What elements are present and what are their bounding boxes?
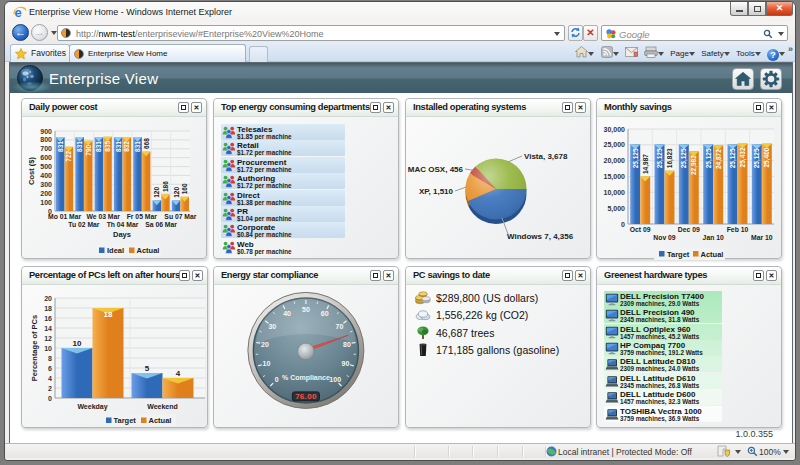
svg-text:4: 4 <box>48 375 52 382</box>
svg-text:25,125: 25,125 <box>680 148 688 168</box>
svg-text:Nov 09: Nov 09 <box>653 234 676 241</box>
svg-text:Actual: Actual <box>149 416 172 425</box>
svg-text:70: 70 <box>336 323 344 330</box>
svg-text:18: 18 <box>44 305 52 312</box>
svg-text:20: 20 <box>44 295 52 302</box>
svg-text:Weekend: Weekend <box>147 403 178 410</box>
svg-text:MAC OSX, 456: MAC OSX, 456 <box>408 165 464 174</box>
svg-text:2: 2 <box>48 385 52 392</box>
svg-text:831: 831 <box>76 141 83 152</box>
svg-text:Ideal: Ideal <box>107 246 124 255</box>
svg-text:700: 700 <box>40 145 52 152</box>
svg-text:8: 8 <box>48 355 52 362</box>
svg-text:Actual: Actual <box>137 246 160 255</box>
svg-text:Target: Target <box>667 250 690 259</box>
svg-text:Jan 10: Jan 10 <box>703 234 724 241</box>
svg-text:Target: Target <box>114 416 137 425</box>
svg-text:24,872: 24,872 <box>715 149 723 169</box>
svg-text:20: 20 <box>261 341 269 348</box>
svg-text:14,987: 14,987 <box>642 154 650 174</box>
svg-text:900: 900 <box>40 128 52 135</box>
svg-text:18: 18 <box>104 310 113 319</box>
svg-text:80: 80 <box>343 341 351 348</box>
svg-text:835: 835 <box>104 140 111 151</box>
svg-text:722: 722 <box>65 150 72 161</box>
svg-text:0: 0 <box>621 221 625 228</box>
svg-text:Actual: Actual <box>701 250 724 259</box>
svg-text:22,982: 22,982 <box>690 155 698 175</box>
svg-text:Windows 7, 4,356: Windows 7, 4,356 <box>507 232 574 241</box>
svg-text:Th 04 Mar: Th 04 Mar <box>107 221 139 228</box>
svg-text:600: 600 <box>40 154 52 161</box>
svg-text:10: 10 <box>44 345 52 352</box>
svg-text:200: 200 <box>40 190 52 197</box>
svg-text:10,000: 10,000 <box>604 189 626 197</box>
svg-text:20,000: 20,000 <box>604 157 626 165</box>
svg-text:25,400: 25,400 <box>763 147 771 167</box>
svg-text:800: 800 <box>40 136 52 143</box>
svg-text:668: 668 <box>143 138 150 149</box>
svg-text:25,000: 25,000 <box>604 141 626 149</box>
svg-text:5,000: 5,000 <box>607 205 625 213</box>
svg-text:10: 10 <box>73 339 82 348</box>
svg-text:831: 831 <box>115 141 122 152</box>
svg-text:16: 16 <box>44 315 52 322</box>
svg-text:25,125: 25,125 <box>753 148 761 168</box>
svg-text:XP, 1,510: XP, 1,510 <box>419 187 454 196</box>
svg-text:120: 120 <box>173 187 180 198</box>
svg-text:831: 831 <box>134 141 141 152</box>
svg-text:832: 832 <box>123 141 130 152</box>
svg-text:186: 186 <box>162 181 169 192</box>
svg-text:12: 12 <box>44 335 52 342</box>
svg-text:300: 300 <box>40 181 52 188</box>
svg-text:4: 4 <box>176 369 181 378</box>
svg-text:90: 90 <box>342 360 350 367</box>
svg-text:Tu 02 Mar: Tu 02 Mar <box>68 221 100 228</box>
svg-text:% Compliance: % Compliance <box>282 374 330 382</box>
svg-text:14: 14 <box>44 325 52 332</box>
svg-text:0: 0 <box>48 395 52 402</box>
svg-text:0: 0 <box>275 376 279 383</box>
svg-text:25,125: 25,125 <box>729 148 737 168</box>
svg-text:Days: Days <box>113 230 131 239</box>
svg-text:100: 100 <box>329 376 341 383</box>
svg-text:Weekday: Weekday <box>77 403 107 411</box>
svg-text:16,823: 16,823 <box>666 148 674 168</box>
svg-text:76.00: 76.00 <box>295 392 317 401</box>
svg-text:Oct 09: Oct 09 <box>630 226 651 233</box>
svg-text:We 03 Mar: We 03 Mar <box>86 213 120 220</box>
svg-text:160: 160 <box>181 183 188 194</box>
svg-text:Fr 05 Mar: Fr 05 Mar <box>127 213 158 220</box>
svg-text:100: 100 <box>40 199 52 206</box>
svg-text:6: 6 <box>48 365 52 372</box>
svg-text:25,125: 25,125 <box>632 148 640 168</box>
svg-text:Feb 10: Feb 10 <box>727 226 749 233</box>
svg-text:Sa 06 Mar: Sa 06 Mar <box>145 221 177 228</box>
svg-text:500: 500 <box>40 163 52 170</box>
svg-text:25,432: 25,432 <box>739 147 747 167</box>
svg-text:831: 831 <box>57 141 64 152</box>
svg-text:60: 60 <box>321 310 329 317</box>
svg-text:400: 400 <box>40 172 52 179</box>
svg-text:30: 30 <box>268 323 276 330</box>
svg-text:40: 40 <box>283 310 291 317</box>
svg-text:Percentage of PCs: Percentage of PCs <box>30 315 39 381</box>
svg-text:30,000: 30,000 <box>604 126 626 134</box>
svg-text:25,125: 25,125 <box>656 148 664 168</box>
svg-text:Su 07 Mar: Su 07 Mar <box>164 213 196 220</box>
svg-text:25,125: 25,125 <box>705 148 713 168</box>
svg-text:10: 10 <box>263 360 271 367</box>
svg-text:120: 120 <box>153 187 160 198</box>
svg-text:Vista, 3,678: Vista, 3,678 <box>524 152 568 161</box>
svg-text:15,000: 15,000 <box>604 173 626 181</box>
svg-text:Mar 10: Mar 10 <box>751 234 773 241</box>
svg-text:Cost ($): Cost ($) <box>27 157 36 185</box>
svg-text:5: 5 <box>145 364 150 373</box>
svg-text:50: 50 <box>302 306 310 313</box>
svg-text:Mo 01 Mar: Mo 01 Mar <box>48 213 82 220</box>
svg-text:831: 831 <box>95 141 102 152</box>
svg-text:Dec 09: Dec 09 <box>678 226 700 233</box>
svg-text:790: 790 <box>85 144 92 155</box>
